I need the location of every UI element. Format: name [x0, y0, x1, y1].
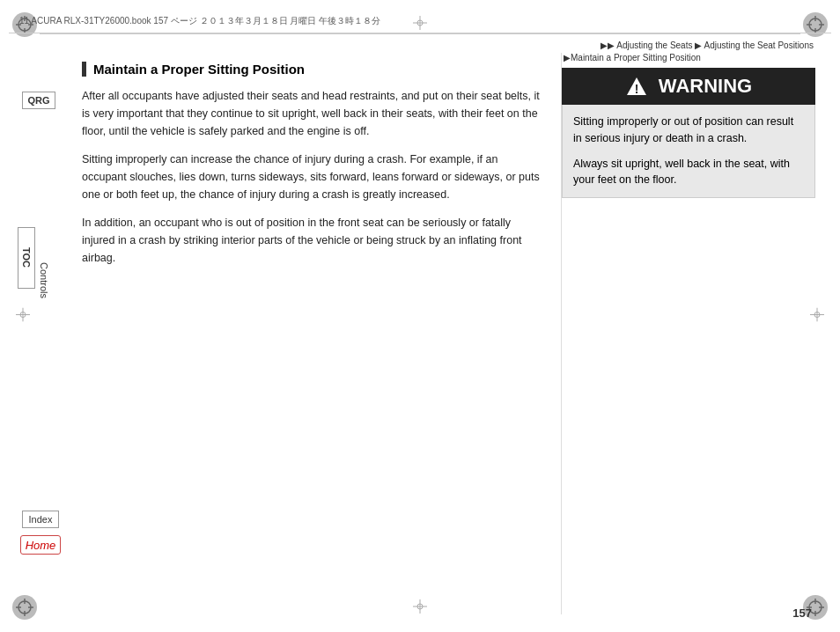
header-divider: [40, 33, 800, 34]
warning-triangle-icon: !: [625, 76, 648, 97]
left-sidebar: QRG TOC Controls Index Home: [9, 33, 69, 623]
section-title: Maintain a Proper Sitting Position: [82, 62, 545, 77]
breadcrumb: ▶▶ Adjusting the Seats ▶ Adjusting the S…: [601, 40, 814, 50]
breadcrumb-separator: ▶: [695, 40, 702, 50]
controls-label: Controls: [37, 227, 51, 333]
right-panel: ▶Maintain a Proper Sitting Position ! WA…: [562, 53, 815, 606]
svg-text:!: !: [634, 82, 638, 96]
section-paragraph3: In addition, an occupant who is out of p…: [82, 214, 545, 267]
qrg-tab[interactable]: QRG: [22, 92, 55, 109]
qrg-label: QRG: [27, 95, 49, 106]
section-paragraph2: Sitting improperly can increase the chan…: [82, 151, 545, 203]
breadcrumb-arrows: ▶▶: [601, 40, 615, 50]
index-label: Index: [29, 514, 53, 525]
section-paragraph1: After all occupants have adjusted their …: [82, 87, 545, 140]
warning-title: ! WARNING: [625, 75, 752, 98]
breadcrumb-part2: Adjusting the Seat Positions: [704, 40, 814, 50]
warning-box-header: ! WARNING: [562, 68, 815, 105]
header-bar: 11 ACURA RLX-31TY26000.book 157 ページ ２０１３…: [9, 9, 831, 33]
warning-line2: Always sit upright, well back in the sea…: [573, 156, 804, 189]
breadcrumb-part1: Adjusting the Seats: [616, 40, 692, 50]
index-tab[interactable]: Index: [22, 511, 59, 528]
warning-title-text: WARNING: [659, 75, 752, 98]
home-tab[interactable]: Home: [20, 535, 61, 555]
right-panel-section-label: ▶Maintain a Proper Sitting Position: [562, 53, 815, 62]
header-japanese-text: 11 ACURA RLX-31TY26000.book 157 ページ ２０１３…: [19, 15, 380, 27]
toc-tab[interactable]: TOC: [18, 227, 35, 289]
home-label: Home: [26, 539, 56, 552]
warning-content-box: Sitting improperly or out of position ca…: [562, 105, 815, 198]
page-number: 157: [792, 606, 812, 620]
content-divider: [561, 53, 562, 614]
warning-line1: Sitting improperly or out of position ca…: [573, 114, 804, 147]
main-content: Maintain a Proper Sitting Position After…: [69, 53, 558, 606]
toc-label: TOC: [21, 247, 32, 268]
